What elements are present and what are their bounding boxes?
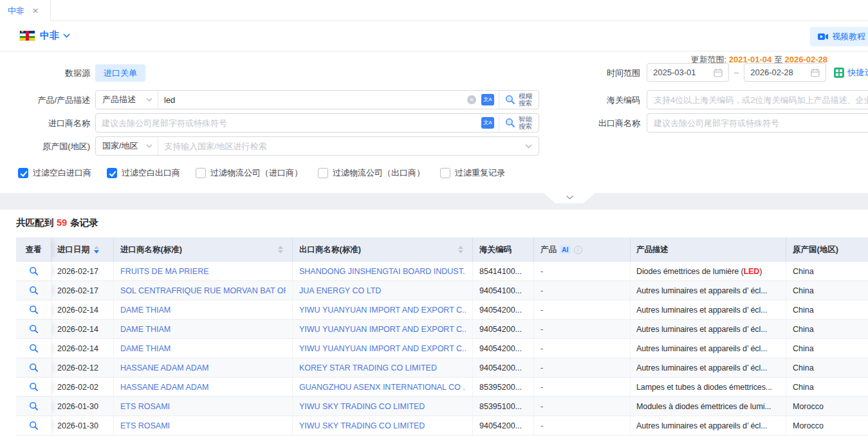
country-selector[interactable]: 中非 [40, 30, 70, 42]
hs-code-label: 海关编码 [553, 95, 640, 106]
header-divider [0, 51, 868, 51]
summary-suffix: 条记录 [70, 217, 98, 228]
smart-search-button[interactable]: 智能搜索 [499, 114, 539, 132]
hs-code-input[interactable] [647, 90, 868, 109]
sort-icon[interactable] [94, 246, 99, 253]
filter-checkbox-item[interactable]: 过滤物流公司（进口商） [196, 167, 302, 179]
importer-cell[interactable]: ETS ROSAMI [114, 416, 293, 435]
data-source-label: 数据源 [0, 68, 90, 79]
product-cell: - [534, 262, 631, 280]
view-cell[interactable] [16, 358, 51, 377]
start-date-input[interactable]: 2025-03-01 [647, 63, 729, 82]
origin-cell: China [786, 339, 868, 358]
importer-search-input[interactable] [96, 118, 481, 128]
column-header-origin: 原产国(地区) [786, 237, 868, 262]
view-cell[interactable] [16, 416, 51, 435]
column-header-import-date[interactable]: 进口日期 [51, 237, 114, 262]
exporter-cell[interactable]: JUA ENERGY CO LTD [293, 281, 473, 300]
product-cell: - [534, 416, 631, 435]
description-cell: Autres luminaires et appareils d’ écl... [631, 416, 786, 435]
checkbox[interactable] [18, 168, 28, 178]
checkbox[interactable] [318, 168, 328, 178]
chevron-down-icon [146, 144, 152, 148]
importer-cell[interactable]: DAME THIAM [114, 339, 293, 358]
sort-icon[interactable] [278, 246, 283, 253]
exporter-cell[interactable]: GUANGZHOU ASENX INTERNATIONAL CO ... [293, 378, 473, 396]
import-date-cell: 2026-02-14 [51, 320, 114, 338]
importer-cell[interactable]: FRUITS DE MA PRIERE [114, 262, 293, 280]
clear-icon[interactable]: ✕ [467, 95, 476, 104]
view-magnifier-icon[interactable] [29, 363, 39, 372]
exporter-name-input[interactable] [647, 113, 868, 133]
chevron-down-icon [63, 33, 70, 38]
exporter-cell[interactable]: SHANDONG JINSHENGTAI BOARD INDUST... [293, 262, 473, 280]
view-cell[interactable] [16, 397, 51, 416]
view-magnifier-icon[interactable] [29, 421, 39, 430]
data-source-import-declaration-button[interactable]: 进口关单 [95, 64, 145, 82]
video-tutorial-button[interactable]: 视频教程 [810, 27, 868, 46]
video-camera-icon [818, 33, 828, 41]
origin-mode-select[interactable]: 国家/地区 [96, 137, 158, 155]
exporter-cell[interactable]: YIWU SKY TRADING CO LIMITED [293, 397, 473, 416]
importer-cell[interactable]: DAME THIAM [114, 320, 293, 338]
view-magnifier-icon[interactable] [29, 266, 39, 276]
exporter-cell[interactable]: YIWU SKY TRADING CO LIMITED [293, 416, 473, 435]
chevron-down-icon[interactable] [525, 144, 532, 149]
close-icon[interactable]: ✕ [32, 6, 39, 15]
quick-select-button[interactable]: 快捷选择 [834, 67, 868, 78]
exporter-cell[interactable]: YIWU YUANYUAN IMPORT AND EXPORT C... [293, 339, 473, 358]
start-date-value: 2025-03-01 [653, 68, 696, 77]
view-magnifier-icon[interactable] [29, 382, 39, 392]
country-name: 中非 [40, 30, 59, 42]
checkbox[interactable] [196, 168, 206, 178]
tab-zhongfei[interactable]: 中非 ✕ [0, 0, 51, 21]
quick-select-label: 快捷选择 [847, 67, 868, 78]
exporter-cell[interactable]: YIWU YUANYUAN IMPORT AND EXPORT C... [293, 300, 473, 319]
filter-checkbox-item[interactable]: 过滤重复记录 [440, 167, 505, 179]
checkbox[interactable] [107, 168, 117, 178]
filter-label: 过滤空白出口商 [122, 167, 180, 179]
end-date-input[interactable]: 2026-02-28 [744, 63, 826, 82]
view-magnifier-icon[interactable] [29, 324, 39, 334]
exporter-label: 出口商名称 [553, 118, 640, 129]
view-magnifier-icon[interactable] [29, 401, 39, 411]
translate-icon[interactable]: 文A [481, 117, 494, 129]
search-icon [505, 118, 515, 128]
view-cell[interactable] [16, 320, 51, 338]
description-cell: Autres luminaires et appareils d’ écl... [631, 281, 786, 300]
origin-cell: China [786, 320, 868, 338]
view-magnifier-icon[interactable] [29, 305, 39, 315]
exporter-cell[interactable]: YIWU YUANYUAN IMPORT AND EXPORT C... [293, 320, 473, 338]
product-mode-select[interactable]: 产品描述 [96, 91, 158, 109]
filter-checkbox-item[interactable]: 过滤空白进口商 [18, 167, 91, 179]
origin-search-input[interactable] [158, 142, 525, 151]
view-cell[interactable] [16, 281, 51, 300]
info-icon[interactable]: i [574, 246, 582, 254]
column-header-importer[interactable]: 进口商名称(标准) [114, 237, 293, 262]
importer-cell[interactable]: HASSANE ADAM ADAM [114, 378, 293, 396]
importer-cell[interactable]: HASSANE ADAM ADAM [114, 358, 293, 377]
view-cell[interactable] [16, 262, 51, 280]
filter-checkbox-item[interactable]: 过滤空白出口商 [107, 167, 180, 179]
view-cell[interactable] [16, 300, 51, 319]
importer-cell[interactable]: DAME THIAM [114, 300, 293, 319]
view-magnifier-icon[interactable] [29, 286, 39, 295]
product-cell: - [534, 320, 631, 338]
importer-cell[interactable]: ETS ROSAMI [114, 397, 293, 416]
fuzzy-search-button[interactable]: 模糊搜索 [499, 91, 539, 109]
calendar-icon [811, 68, 820, 77]
tabbar-divider [51, 21, 868, 21]
filter-checkbox-item[interactable]: 过滤物流公司（出口商） [318, 167, 425, 179]
exporter-cell[interactable]: KOREY STAR TRADING CO LIMITED [293, 358, 473, 377]
product-search-input[interactable] [158, 95, 467, 105]
importer-cell[interactable]: SOL CENTRAFRIQUE RUE MORVAN BAT OF... [114, 281, 293, 300]
translate-icon[interactable]: 文A [481, 94, 494, 105]
chevron-down-icon [566, 195, 574, 200]
sort-icon[interactable] [458, 246, 463, 253]
view-cell[interactable] [16, 339, 51, 358]
origin-cell: China [786, 281, 868, 300]
column-header-exporter[interactable]: 出口商名称(标准) [293, 237, 473, 262]
checkbox[interactable] [440, 168, 450, 178]
view-magnifier-icon[interactable] [29, 344, 39, 353]
view-cell[interactable] [16, 378, 51, 396]
